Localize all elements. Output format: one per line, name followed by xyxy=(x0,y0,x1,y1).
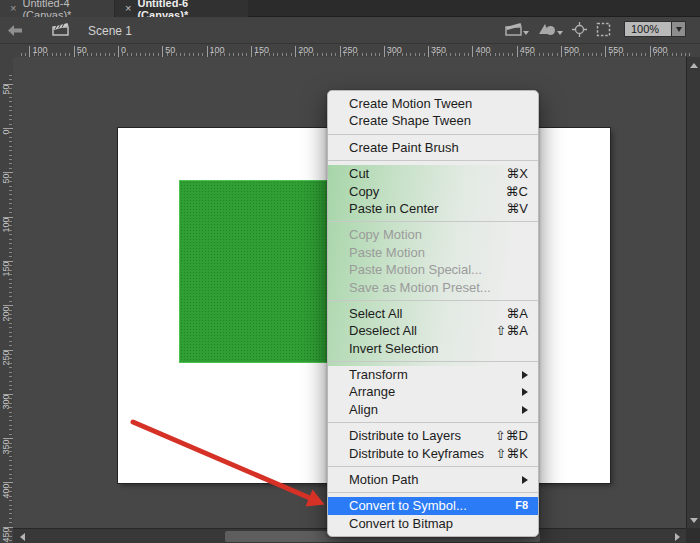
ruler-minor-tick xyxy=(685,53,686,56)
menu-item-distribute-to-layers[interactable]: Distribute to Layers⇧⌘D xyxy=(328,427,538,444)
ruler-minor-tick xyxy=(158,53,159,56)
menu-item-convert-to-bitmap[interactable]: Convert to Bitmap xyxy=(328,515,538,532)
ruler-minor-tick xyxy=(415,53,416,56)
scroll-right-arrow-icon[interactable] xyxy=(670,529,684,543)
ruler-minor-tick xyxy=(105,53,106,56)
ruler-minor-tick xyxy=(273,53,274,56)
ruler-minor-tick xyxy=(9,540,12,541)
ruler-minor-tick xyxy=(663,53,664,56)
ruler-minor-tick xyxy=(543,53,544,56)
scroll-up-arrow-icon[interactable] xyxy=(687,59,700,71)
ruler-minor-tick xyxy=(610,53,611,56)
ruler-minor-tick xyxy=(530,53,531,56)
ruler-minor-tick xyxy=(9,513,12,514)
ruler-minor-tick xyxy=(9,97,12,98)
menu-item-select-all[interactable]: Select All⌘A xyxy=(328,305,538,322)
ruler-minor-tick xyxy=(9,367,12,368)
menu-separator xyxy=(328,160,538,161)
menu-item-shortcut: ⌘X xyxy=(506,165,528,182)
edit-symbols-button[interactable] xyxy=(538,22,563,36)
ruler-minor-tick xyxy=(322,53,323,56)
menu-item-label: Convert to Symbol... xyxy=(349,497,467,514)
ruler-minor-tick xyxy=(344,53,345,56)
menu-item-convert-to-symbol[interactable]: Convert to Symbol...F8 xyxy=(328,497,538,514)
clip-content-icon[interactable] xyxy=(596,22,611,37)
ruler-minor-tick xyxy=(455,53,456,56)
zoom-dropdown-button[interactable] xyxy=(672,21,686,37)
center-frame-icon[interactable] xyxy=(572,22,587,37)
ruler-minor-tick xyxy=(9,265,12,266)
ruler-minor-tick xyxy=(176,53,177,56)
menu-item-create-motion-tween[interactable]: Create Motion Tween xyxy=(328,95,538,112)
tab-untitled-6[interactable]: × Untitled-6 (Canvas)* xyxy=(115,0,248,17)
ruler-minor-tick xyxy=(9,159,12,160)
close-icon[interactable]: × xyxy=(125,3,131,14)
menu-item-create-shape-tween[interactable]: Create Shape Tween xyxy=(328,112,538,129)
ruler-minor-tick xyxy=(238,53,239,56)
ruler-minor-tick xyxy=(446,53,447,56)
ruler-minor-tick xyxy=(9,239,12,240)
ruler-corner xyxy=(0,44,13,57)
vertical-scrollbar[interactable] xyxy=(686,57,700,528)
menu-item-paste-in-center[interactable]: Paste in Center⌘V xyxy=(328,200,538,217)
ruler-minor-tick xyxy=(557,53,558,56)
ruler-minor-tick xyxy=(224,53,225,56)
close-icon[interactable]: × xyxy=(10,3,16,14)
menu-item-distribute-to-keyframes[interactable]: Distribute to Keyframes⇧⌘K xyxy=(328,445,538,462)
ruler-minor-tick xyxy=(9,163,12,164)
ruler-minor-tick xyxy=(114,53,115,56)
menu-item-deselect-all[interactable]: Deselect All⇧⌘A xyxy=(328,322,538,339)
menu-item-copy[interactable]: Copy⌘C xyxy=(328,183,538,200)
menu-item-cut[interactable]: Cut⌘X xyxy=(328,165,538,182)
ruler-minor-tick xyxy=(9,234,12,235)
ruler-minor-tick xyxy=(9,447,12,448)
ruler-minor-tick xyxy=(9,270,12,271)
ruler-minor-tick xyxy=(9,323,12,324)
ruler-minor-tick xyxy=(9,505,12,506)
zoom-level-input[interactable]: 100% xyxy=(624,21,672,37)
ruler-minor-tick xyxy=(574,53,575,56)
ruler-minor-tick xyxy=(9,500,12,501)
ruler-tick xyxy=(517,46,518,57)
scroll-down-arrow-icon[interactable] xyxy=(687,514,700,526)
back-arrow-icon[interactable] xyxy=(8,25,22,36)
menu-item-label: Copy xyxy=(349,183,379,200)
ruler-minor-tick xyxy=(56,53,57,56)
ruler-minor-tick xyxy=(623,53,624,56)
ruler-minor-tick xyxy=(189,53,190,56)
ruler-minor-tick xyxy=(592,53,593,56)
menu-item-arrange[interactable]: Arrange xyxy=(328,383,538,400)
ruler-tick xyxy=(472,46,473,57)
view-controls: 100% xyxy=(505,21,686,37)
scroll-left-arrow-icon[interactable] xyxy=(15,529,29,543)
menu-item-invert-selection[interactable]: Invert Selection xyxy=(328,340,538,357)
scene-name-label[interactable]: Scene 1 xyxy=(88,24,132,38)
edit-scene-button[interactable] xyxy=(505,22,529,36)
menu-item-transform[interactable]: Transform xyxy=(328,366,538,383)
ruler-minor-tick xyxy=(672,53,673,56)
menu-item-label: Motion Path xyxy=(349,471,418,488)
ruler-minor-tick xyxy=(565,53,566,56)
ruler-minor-tick xyxy=(9,341,12,342)
ruler-minor-tick xyxy=(362,53,363,56)
ruler-minor-tick xyxy=(495,53,496,56)
ruler-minor-tick xyxy=(521,53,522,56)
chevron-down-icon xyxy=(523,31,529,35)
ruler-minor-tick xyxy=(9,283,12,284)
ruler-minor-tick xyxy=(184,53,185,56)
ruler-minor-tick xyxy=(9,119,12,120)
ruler-minor-tick xyxy=(406,53,407,56)
menu-item-shortcut: ⌘V xyxy=(506,200,528,217)
menu-item-label: Deselect All xyxy=(349,322,417,339)
tab-untitled-4[interactable]: × Untitled-4 (Canvas)* xyxy=(0,0,114,17)
menu-item-create-paint-brush[interactable]: Create Paint Brush xyxy=(328,139,538,156)
ruler-minor-tick xyxy=(419,53,420,56)
menu-item-motion-path[interactable]: Motion Path xyxy=(328,471,538,488)
ruler-minor-tick xyxy=(331,53,332,56)
ruler-minor-tick xyxy=(468,53,469,56)
ruler-minor-tick xyxy=(9,124,12,125)
menu-item-label: Align xyxy=(349,401,378,418)
menu-item-align[interactable]: Align xyxy=(328,401,538,418)
ruler-tick xyxy=(340,46,341,57)
ruler-minor-tick xyxy=(43,53,44,56)
